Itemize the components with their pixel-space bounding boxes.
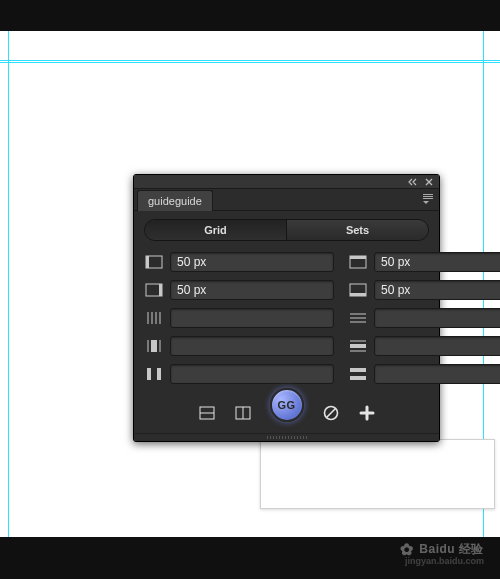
panel-action-bar: GG xyxy=(134,393,439,433)
svg-rect-9 xyxy=(350,344,366,348)
margin-left-input[interactable] xyxy=(170,252,334,272)
panel-tab-guideguide[interactable]: guideguide xyxy=(137,190,213,211)
midpoint-horizontal-button[interactable] xyxy=(198,404,216,422)
panel-resize-grip[interactable] xyxy=(134,433,439,441)
svg-rect-8 xyxy=(151,340,157,352)
svg-line-19 xyxy=(326,409,335,418)
watermark-subtext: jingyan.baidu.com xyxy=(405,556,484,566)
clear-button[interactable] xyxy=(322,404,340,422)
midpoint-vertical-button[interactable] xyxy=(234,404,252,422)
svg-rect-5 xyxy=(159,284,162,296)
add-button[interactable] xyxy=(358,404,376,422)
columns-icon xyxy=(144,309,164,327)
mode-tab-grid[interactable]: Grid xyxy=(145,220,286,240)
margin-bottom-icon xyxy=(348,281,368,299)
svg-rect-7 xyxy=(350,293,366,296)
margin-top-icon xyxy=(348,253,368,271)
panel-tab-row: guideguide xyxy=(134,189,439,211)
rows-icon xyxy=(348,309,368,327)
panel-titlebar[interactable] xyxy=(134,175,439,189)
columns-input[interactable] xyxy=(170,308,334,328)
column-width-input[interactable] xyxy=(170,336,334,356)
app-header-bar xyxy=(0,0,500,31)
margin-left-icon xyxy=(144,253,164,271)
guide-vertical-left[interactable] xyxy=(8,31,9,537)
svg-rect-10 xyxy=(147,368,151,380)
collapse-icon[interactable] xyxy=(408,177,418,187)
margin-right-input[interactable] xyxy=(170,280,334,300)
svg-rect-11 xyxy=(157,368,161,380)
mode-tab-sets[interactable]: Sets xyxy=(286,220,428,240)
app-footer-bar: ✿ Baidu 经验 jingyan.baidu.com xyxy=(0,537,500,579)
column-gutter-input[interactable] xyxy=(170,364,334,384)
floating-popup xyxy=(260,439,495,509)
guide-horizontal-2[interactable] xyxy=(0,62,500,63)
svg-rect-13 xyxy=(350,376,366,380)
mode-segmented-control: Grid Sets xyxy=(144,219,429,241)
margin-bottom-input[interactable] xyxy=(374,280,500,300)
svg-rect-1 xyxy=(146,256,149,268)
grid-fields xyxy=(134,245,439,393)
svg-rect-3 xyxy=(350,256,366,259)
row-height-input[interactable] xyxy=(374,336,500,356)
margin-top-input[interactable] xyxy=(374,252,500,272)
column-gutter-icon xyxy=(144,365,164,383)
close-icon[interactable] xyxy=(424,177,434,187)
panel-menu-icon[interactable] xyxy=(419,193,433,205)
guideguide-panel: guideguide Grid Sets xyxy=(133,174,440,442)
watermark: ✿ Baidu 经验 jingyan.baidu.com xyxy=(400,540,484,559)
guide-horizontal-1[interactable] xyxy=(0,60,500,61)
margin-right-icon xyxy=(144,281,164,299)
apply-gg-button[interactable]: GG xyxy=(270,388,304,422)
row-height-icon xyxy=(348,337,368,355)
row-gutter-input[interactable] xyxy=(374,364,500,384)
svg-rect-12 xyxy=(350,368,366,372)
row-gutter-icon xyxy=(348,365,368,383)
column-width-icon xyxy=(144,337,164,355)
rows-input[interactable] xyxy=(374,308,500,328)
